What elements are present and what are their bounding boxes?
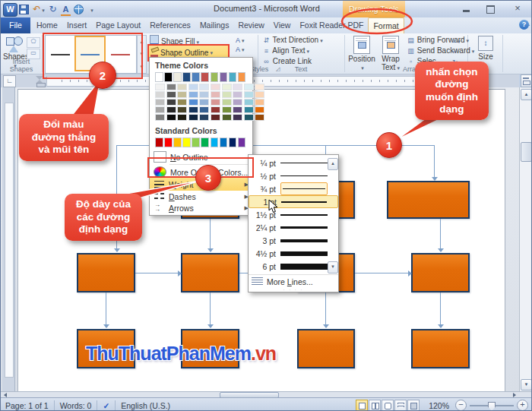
standard-color-swatch[interactable] [173, 138, 182, 147]
diagram-connector[interactable] [135, 273, 178, 273]
theme-shade-swatch[interactable] [255, 99, 264, 106]
tab-page-layout[interactable]: Page Layout [91, 17, 145, 33]
theme-shade-swatch[interactable] [155, 91, 165, 98]
theme-shade-swatch[interactable] [155, 84, 165, 90]
submenu-scroll-up-icon[interactable]: ▲ [328, 158, 338, 170]
vertical-scroll-thumb[interactable] [521, 142, 532, 162]
minimize-button[interactable] [458, 4, 473, 14]
align-text-button[interactable]: ≡ Align Text▾ [262, 46, 309, 55]
tab-foxit-reader-pdf[interactable]: Foxit Reader PDF [295, 17, 368, 33]
tab-selector[interactable]: ∟ [3, 75, 16, 87]
text-fill-icon[interactable]: A▾ [236, 36, 248, 45]
size-button[interactable]: ↕ Size [470, 36, 501, 61]
weight-option-1-pt[interactable]: 1 pt [249, 195, 338, 208]
theme-shade-swatch[interactable] [211, 114, 220, 121]
standard-color-swatch[interactable] [201, 138, 209, 147]
zoom-level[interactable]: 120% [429, 401, 449, 410]
weight-option-¼-pt[interactable]: ¼ pt [249, 156, 338, 169]
theme-shade-swatch[interactable] [222, 114, 232, 121]
theme-color-swatch[interactable] [220, 72, 228, 82]
standard-color-swatch[interactable] [220, 138, 228, 147]
close-button[interactable]: × [510, 4, 525, 14]
diagram-box[interactable] [411, 329, 470, 368]
diagram-box[interactable] [297, 329, 355, 368]
theme-shade-swatch[interactable] [188, 84, 198, 90]
theme-shade-swatch[interactable] [199, 106, 209, 113]
theme-color-swatch[interactable] [182, 72, 191, 82]
weight-option-1½-pt[interactable]: 1½ pt [249, 208, 338, 221]
weight-option-½-pt[interactable]: ½ pt [249, 169, 338, 182]
theme-shade-swatch[interactable] [155, 99, 165, 106]
theme-shade-swatch[interactable] [199, 99, 209, 106]
standard-color-swatch[interactable] [192, 138, 200, 147]
theme-color-swatch[interactable] [211, 72, 219, 82]
diagram-connector[interactable] [434, 145, 435, 177]
theme-shade-swatch[interactable] [222, 99, 232, 106]
menu-item-arrows[interactable]: →→Arrows▶ [150, 202, 252, 213]
theme-shade-swatch[interactable] [199, 84, 209, 90]
theme-color-swatch[interactable] [201, 72, 209, 82]
zoom-in-icon[interactable]: + [517, 400, 528, 411]
view-ruler-toggle-icon[interactable] [521, 74, 532, 87]
theme-shade-swatch[interactable] [222, 91, 232, 98]
theme-shade-swatch[interactable] [166, 99, 176, 106]
theme-shade-swatch[interactable] [233, 84, 242, 90]
theme-shade-swatch[interactable] [166, 114, 176, 121]
theme-shade-swatch[interactable] [233, 114, 242, 121]
diagram-box[interactable] [411, 253, 470, 292]
theme-shade-swatch[interactable] [177, 114, 187, 121]
theme-shade-swatch[interactable] [211, 106, 220, 113]
language-status[interactable]: English (U.S.) [121, 401, 170, 410]
diagram-box[interactable] [387, 181, 470, 219]
diagram-connector[interactable] [325, 292, 326, 324]
text-direction-button[interactable]: ⇵ Text Direction▾ [262, 36, 323, 44]
tab-review[interactable]: Review [233, 17, 268, 33]
submenu-scrollbar[interactable]: ▲ ▼ [328, 158, 337, 273]
theme-color-swatch[interactable] [173, 72, 182, 82]
theme-shade-swatch[interactable] [166, 106, 176, 113]
edit-shape-icon[interactable]: ⬠ [27, 37, 40, 48]
zoom-slider[interactable] [470, 405, 514, 406]
vertical-scrollbar[interactable] [519, 87, 532, 391]
theme-shade-swatch[interactable] [255, 91, 264, 98]
theme-shade-swatch[interactable] [199, 114, 209, 121]
theme-shade-swatch[interactable] [177, 91, 187, 98]
theme-shade-swatch[interactable] [155, 114, 165, 121]
theme-shade-swatch[interactable] [244, 106, 254, 113]
maximize-button[interactable] [483, 4, 498, 14]
theme-shade-swatch[interactable] [233, 106, 242, 113]
tab-view[interactable]: View [269, 17, 296, 33]
theme-shade-swatch[interactable] [233, 91, 242, 98]
theme-color-swatch[interactable] [164, 72, 173, 82]
diagram-connector[interactable] [210, 292, 211, 324]
word-count[interactable]: Words: 0 [60, 401, 92, 410]
tab-format[interactable]: Format [368, 17, 404, 33]
weight-option-4½-pt[interactable]: 4½ pt [249, 247, 338, 260]
theme-shade-swatch[interactable] [255, 84, 264, 90]
diagram-box[interactable] [77, 253, 135, 292]
full-screen-reading-view-icon[interactable] [369, 400, 381, 411]
diagram-connector[interactable] [440, 219, 441, 248]
weight-option-2¼-pt[interactable]: 2¼ pt [249, 221, 338, 234]
weight-option-6-pt[interactable]: 6 pt [249, 260, 338, 273]
weight-option-3-pt[interactable]: 3 pt [249, 234, 338, 247]
print-layout-view-icon[interactable] [356, 400, 368, 411]
weight-option-¾-pt[interactable]: ¾ pt [249, 182, 338, 195]
theme-shade-swatch[interactable] [155, 106, 165, 113]
theme-shade-swatch[interactable] [177, 84, 187, 90]
theme-shade-swatch[interactable] [199, 91, 209, 98]
theme-shade-swatch[interactable] [244, 91, 254, 98]
align-objects-icon[interactable]: ≡▾ [452, 37, 461, 45]
theme-shade-swatch[interactable] [211, 99, 220, 106]
theme-shade-swatch[interactable] [255, 106, 264, 113]
help-icon[interactable]: ? [519, 20, 529, 30]
draft-view-icon[interactable] [407, 400, 420, 411]
theme-shade-swatch[interactable] [177, 99, 187, 106]
zoom-slider-thumb[interactable] [488, 402, 496, 411]
theme-shade-swatch[interactable] [211, 84, 220, 90]
menu-item-dashes[interactable]: Dashes▶ [150, 191, 252, 202]
theme-shade-swatch[interactable] [222, 84, 232, 90]
scroll-down-icon[interactable]: ▼ [521, 379, 532, 390]
tab-mailings[interactable]: Mailings [195, 17, 234, 33]
theme-shade-swatch[interactable] [233, 99, 242, 106]
